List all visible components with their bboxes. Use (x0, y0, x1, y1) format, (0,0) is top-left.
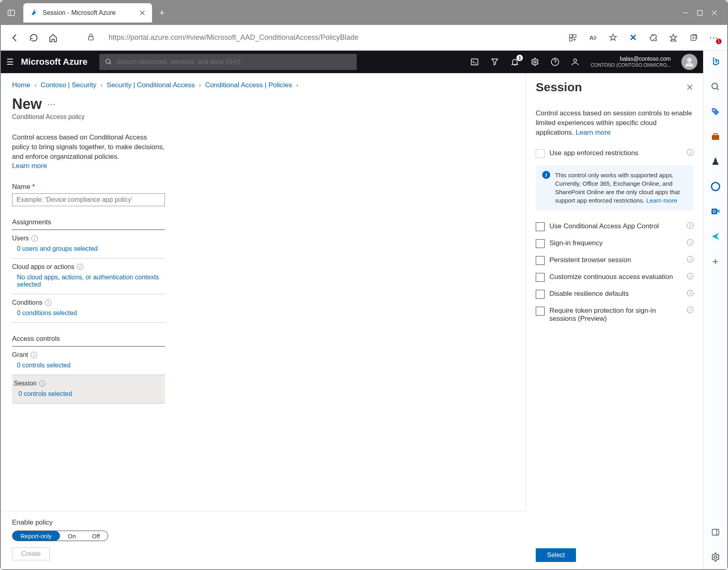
conditions-section[interactable]: Conditions i 0 conditions selected (12, 294, 165, 323)
read-aloud-icon[interactable]: A)) (587, 32, 598, 43)
home-button[interactable] (47, 32, 59, 43)
panel-close-button[interactable] (686, 84, 693, 91)
info-icon[interactable]: i (687, 149, 693, 156)
notifications-button[interactable]: 1 (510, 57, 520, 67)
session-link[interactable]: 0 controls selected (14, 387, 163, 402)
info-icon[interactable]: i (45, 299, 51, 306)
account-email: balas@contoso.com (590, 55, 671, 62)
new-tab-button[interactable]: + (159, 8, 165, 18)
svg-rect-9 (570, 35, 572, 37)
refresh-button[interactable] (28, 32, 39, 43)
svg-point-19 (574, 59, 577, 62)
svg-line-24 (717, 88, 719, 90)
more-button[interactable]: ⋯1 (708, 32, 719, 43)
site-lock-icon[interactable] (87, 33, 97, 43)
toggle-off[interactable]: Off (84, 531, 108, 541)
assignments-heading: Assignments (12, 218, 165, 230)
breadcrumb-2[interactable]: Security | Conditional Access (107, 81, 195, 89)
collections-button[interactable] (688, 32, 699, 43)
breadcrumb-3[interactable]: Conditional Access | Policies (205, 81, 292, 89)
settings-icon[interactable] (709, 551, 722, 564)
grant-link[interactable]: 0 controls selected (12, 359, 165, 373)
address-bar[interactable]: https://portal.azure.com/#view/Microsoft… (105, 33, 559, 42)
cloud-apps-link[interactable]: No cloud apps, actions, or authenticatio… (12, 271, 165, 292)
info-icon[interactable]: i (687, 307, 693, 313)
name-input[interactable] (12, 193, 165, 206)
breadcrumb-1[interactable]: Contoso | Security (41, 81, 97, 89)
outlook-icon[interactable]: O (709, 205, 722, 218)
learn-more-link[interactable]: Learn more (12, 162, 47, 170)
create-button[interactable]: Create (12, 547, 50, 560)
global-search[interactable] (99, 54, 357, 70)
settings-button[interactable] (530, 57, 540, 67)
browser-tab[interactable]: Session - Microsoft Azure (23, 3, 152, 23)
tab-actions-button[interactable] (4, 6, 19, 20)
m365-icon[interactable] (709, 180, 722, 193)
chk-customize-cae[interactable] (536, 273, 545, 282)
toolbox-icon[interactable] (709, 130, 722, 143)
info-icon[interactable]: i (687, 222, 693, 229)
window-maximize-button[interactable] (697, 10, 703, 16)
chk-signin-frequency[interactable] (536, 239, 545, 248)
account-info[interactable]: balas@contoso.com CONTOSO (CONTOSO.ONMIC… (590, 55, 671, 68)
back-button[interactable] (9, 32, 20, 43)
send-icon[interactable] (709, 230, 722, 243)
feedback-button[interactable] (570, 57, 580, 67)
info-icon[interactable]: i (687, 239, 693, 246)
favorites-list-button[interactable] (668, 32, 679, 43)
tab-close-button[interactable] (139, 10, 146, 16)
chk-token-protection[interactable] (536, 307, 545, 316)
access-controls-heading: Access controls (12, 335, 165, 347)
page-actions-button[interactable]: ⋯ (47, 99, 56, 109)
enable-policy-toggle[interactable]: Report-only On Off (12, 531, 108, 541)
session-panel: Session Control access based on session … (526, 73, 703, 569)
toggle-on[interactable]: On (60, 531, 84, 541)
info-icon[interactable]: i (39, 380, 45, 387)
search-icon[interactable] (709, 80, 722, 93)
sidebar-toggle-icon[interactable] (709, 526, 722, 539)
app-icon[interactable] (567, 32, 578, 43)
window-minimize-button[interactable] (682, 10, 689, 16)
svg-rect-26 (712, 135, 719, 140)
cloud-shell-button[interactable] (470, 57, 479, 67)
shopping-tag-icon[interactable] (709, 105, 722, 118)
extensions-button[interactable] (648, 32, 659, 43)
chk-disable-resilience[interactable] (536, 290, 545, 299)
info-icon[interactable]: i (77, 264, 83, 270)
svg-rect-16 (471, 59, 478, 65)
info-icon[interactable]: i (31, 235, 38, 242)
select-button[interactable]: Select (536, 548, 576, 562)
chk-ca-app-control[interactable] (536, 222, 545, 231)
toggle-report-only[interactable]: Report-only (12, 531, 60, 541)
info-icon[interactable]: i (687, 290, 693, 296)
help-button[interactable] (550, 57, 560, 67)
games-icon[interactable]: ♟ (709, 155, 722, 168)
users-section[interactable]: Users i 0 users and groups selected (12, 230, 165, 258)
window-titlebar: Session - Microsoft Azure + (1, 1, 727, 25)
breadcrumb-home[interactable]: Home (12, 81, 30, 89)
grant-section[interactable]: Grant i 0 controls selected (12, 347, 165, 375)
portal-menu-button[interactable]: ☰ (6, 57, 14, 67)
avatar[interactable] (681, 54, 697, 70)
ext-x-icon[interactable]: ✕ (627, 32, 639, 43)
search-input[interactable] (116, 58, 351, 66)
directory-filter-button[interactable] (490, 57, 500, 67)
cloud-apps-section[interactable]: Cloud apps or actions i No cloud apps, a… (12, 258, 165, 294)
svg-point-20 (687, 58, 692, 63)
panel-learn-more[interactable]: Learn more (576, 129, 611, 136)
info-learn-more[interactable]: Learn more (646, 197, 677, 204)
azure-logo[interactable]: Microsoft Azure (21, 57, 87, 67)
window-close-button[interactable] (711, 10, 718, 16)
conditions-link[interactable]: 0 conditions selected (12, 306, 165, 321)
bing-icon[interactable] (709, 55, 722, 68)
tab-title: Session - Microsoft Azure (43, 9, 135, 16)
info-icon[interactable]: i (687, 256, 693, 262)
users-link[interactable]: 0 users and groups selected (12, 242, 165, 256)
info-icon[interactable]: i (31, 352, 37, 358)
add-icon[interactable]: + (709, 255, 722, 268)
chk-app-enforced[interactable] (536, 149, 545, 158)
session-section[interactable]: Session i 0 controls selected (12, 375, 165, 404)
info-icon[interactable]: i (687, 273, 693, 279)
favorite-button[interactable] (607, 32, 619, 43)
chk-persistent-browser[interactable] (536, 256, 545, 265)
